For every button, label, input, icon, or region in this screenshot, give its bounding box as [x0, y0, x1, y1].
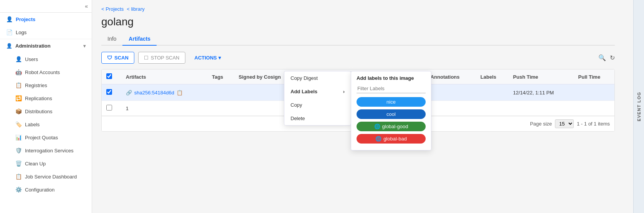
- artifact-cell-2: 1: [121, 101, 207, 116]
- stop-scan-button[interactable]: ☐ STOP SCAN: [138, 52, 185, 64]
- project-quotas-label: Project Quotas: [25, 135, 58, 140]
- sidebar-item-job-service-dashboard[interactable]: 📋 Job Service Dashboard: [3, 170, 92, 183]
- users-icon: 👤: [15, 56, 22, 62]
- breadcrumb-projects[interactable]: < Projects: [101, 6, 124, 12]
- sidebar-section-administration[interactable]: 👤 Administration ▾: [0, 39, 92, 53]
- select-all-checkbox[interactable]: [106, 73, 112, 79]
- tags-cell-1: [207, 84, 234, 101]
- dropdown-item-add-labels[interactable]: Add Labels ›: [284, 85, 351, 98]
- clean-up-icon: 🗑️: [15, 160, 22, 167]
- chevron-right-icon: ›: [343, 89, 345, 94]
- copy-label: Copy: [291, 102, 302, 108]
- job-service-dashboard-icon: 📋: [15, 173, 22, 180]
- configuration-icon: ⚙️: [15, 187, 22, 193]
- sidebar-item-robot-accounts[interactable]: 🤖 Robot Accounts: [3, 66, 92, 79]
- push-time-cell-2: [509, 101, 574, 116]
- annotations-cell-1: [426, 84, 476, 101]
- tags-cell-2: [207, 101, 234, 116]
- col-artifacts: Artifacts: [121, 69, 207, 84]
- label-pill-global-bad[interactable]: 🌐 global-bad: [357, 134, 426, 144]
- global-good-label-text: global-good: [382, 124, 408, 129]
- breadcrumb-library[interactable]: < library: [127, 6, 145, 12]
- replications-label: Replications: [25, 96, 52, 101]
- global-icon-bad: 🌐: [375, 136, 381, 142]
- clean-up-label: Clean Up: [25, 161, 46, 167]
- sidebar-item-distributions[interactable]: 📦 Distributions: [3, 105, 92, 118]
- page-size-label: Page size: [530, 121, 552, 127]
- labels-icon: 🏷️: [15, 121, 22, 127]
- sidebar-logs-label: Logs: [16, 30, 26, 35]
- sidebar-collapse-btn[interactable]: «: [0, 0, 92, 13]
- sidebar-item-replications[interactable]: 🔁 Replications: [3, 92, 92, 105]
- replications-icon: 🔁: [15, 95, 22, 101]
- event-log-label: EVENT LOG: [637, 92, 641, 121]
- labels-cell-2: [476, 101, 509, 116]
- col-tags: Tags: [207, 69, 234, 84]
- registries-label: Registries: [25, 83, 47, 88]
- row-checkbox-2[interactable]: [106, 105, 112, 111]
- robot-accounts-icon: 🤖: [15, 69, 22, 75]
- tab-bar: Info Artifacts: [101, 33, 615, 46]
- label-pill-cool[interactable]: cool: [357, 109, 426, 119]
- toolbar: 🛡 SCAN ☐ STOP SCAN ACTIONS ▾ 🔍 ↻: [101, 52, 615, 64]
- tab-info[interactable]: Info: [101, 33, 122, 46]
- sidebar-item-projects[interactable]: 👤 Projects: [0, 13, 92, 26]
- nice-label-text: nice: [386, 99, 396, 105]
- collapse-icon[interactable]: «: [85, 3, 88, 9]
- pull-time-cell-1: [574, 84, 614, 101]
- col-annotations: Annotations: [426, 69, 476, 84]
- interrogation-services-label: Interrogation Services: [25, 148, 73, 154]
- tab-artifacts[interactable]: Artifacts: [122, 33, 157, 46]
- col-labels: Labels: [476, 69, 509, 84]
- add-labels-label: Add Labels: [291, 89, 317, 94]
- sidebar-item-interrogation-services[interactable]: 🛡️ Interrogation Services: [3, 144, 92, 157]
- sidebar-item-clean-up[interactable]: 🗑️ Clean Up: [3, 157, 92, 170]
- row-checkbox-1[interactable]: [106, 89, 112, 95]
- scan-label: SCAN: [114, 55, 129, 61]
- search-icon[interactable]: 🔍: [598, 54, 606, 61]
- global-bad-label-text: global-bad: [383, 136, 407, 142]
- sidebar-item-logs[interactable]: 📄 Logs: [0, 26, 92, 39]
- label-pill-nice[interactable]: nice: [357, 97, 426, 107]
- artifact-link-1[interactable]: 🔗 sha256:54184d6d 📋: [126, 90, 203, 96]
- registries-icon: 📋: [15, 82, 22, 88]
- dropdown-item-copy[interactable]: Copy: [284, 98, 351, 112]
- sidebar: « 👤 Projects 📄 Logs 👤 Administration ▾ 👤…: [0, 0, 92, 213]
- actions-label: ACTIONS: [195, 55, 217, 61]
- copy-digest-icon[interactable]: 📋: [177, 90, 183, 96]
- annotations-cell-2: [426, 101, 476, 116]
- labels-filter-input[interactable]: [357, 84, 426, 93]
- push-time-cell-1: 12/14/22, 1:11 PM: [509, 84, 574, 101]
- dropdown-item-copy-digest[interactable]: Copy Digest: [284, 71, 351, 85]
- projects-icon: 👤: [6, 16, 13, 22]
- robot-accounts-label: Robot Accounts: [25, 69, 60, 75]
- actions-button[interactable]: ACTIONS ▾: [189, 52, 227, 63]
- sidebar-item-configuration[interactable]: ⚙️ Configuration: [3, 183, 92, 196]
- sidebar-item-registries[interactable]: 📋 Registries: [3, 79, 92, 92]
- pagination-items: 1 - 1 of 1 items: [577, 121, 610, 127]
- col-push-time: Push Time: [509, 69, 574, 84]
- labels-submenu-title: Add labels to this image: [357, 75, 426, 81]
- artifact-icon: 🔗: [126, 90, 132, 96]
- label-pill-global-good[interactable]: 🌐 global-good: [357, 122, 426, 131]
- col-pull-time: Pull Time: [574, 69, 614, 84]
- distributions-label: Distributions: [25, 109, 53, 114]
- stop-scan-checkbox: ☐: [144, 55, 149, 61]
- page-size-select[interactable]: 15 25 50: [555, 119, 574, 128]
- scan-button[interactable]: 🛡 SCAN: [101, 52, 134, 64]
- artifact-digest-1: sha256:54184d6d: [134, 90, 174, 96]
- configuration-label: Configuration: [25, 187, 54, 193]
- labels-cell-1: [476, 84, 509, 101]
- sidebar-item-users[interactable]: 👤 Users: [3, 53, 92, 66]
- toolbar-right: 🔍 ↻: [598, 54, 615, 61]
- main-content: < Projects < library golang Info Artifac…: [92, 0, 644, 213]
- event-log-strip[interactable]: EVENT LOG: [633, 0, 644, 213]
- refresh-icon[interactable]: ↻: [610, 54, 615, 61]
- sidebar-item-project-quotas[interactable]: 📊 Project Quotas: [3, 131, 92, 144]
- dropdown-item-delete[interactable]: Delete: [284, 112, 351, 125]
- sidebar-item-labels[interactable]: 🏷️ Labels: [3, 118, 92, 131]
- distributions-icon: 📦: [15, 108, 22, 114]
- logs-icon: 📄: [6, 29, 13, 35]
- copy-digest-label: Copy Digest: [291, 75, 318, 81]
- sidebar-projects-label: Projects: [16, 17, 35, 22]
